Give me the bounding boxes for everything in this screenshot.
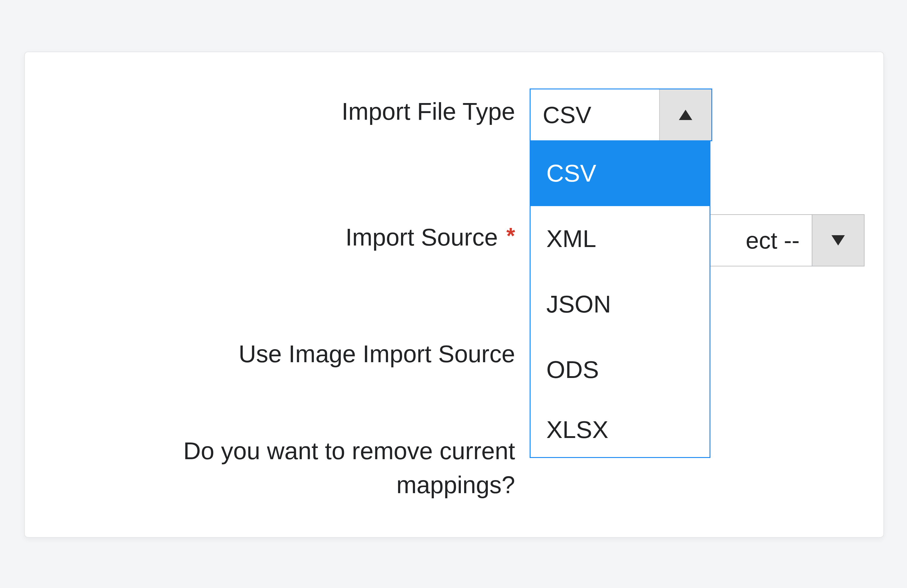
import-source-toggle[interactable] <box>812 215 864 266</box>
remove-mappings-label: Do you want to remove current mappings? <box>121 434 515 502</box>
file-type-option-xml[interactable]: XML <box>530 206 710 272</box>
file-type-control: CSV CSV XML JSON ODS XLSX <box>529 94 883 149</box>
label-col: Import File Type <box>25 94 529 128</box>
import-source-label: Import Source <box>346 220 498 254</box>
label-col: Do you want to remove current mappings? <box>25 434 529 502</box>
file-type-label: Import File Type <box>341 94 515 128</box>
required-asterisk: * <box>506 223 515 249</box>
row-import-source: Import Source * ect -- <box>25 220 883 275</box>
file-type-option-csv[interactable]: CSV <box>530 141 710 206</box>
label-col: Import Source * <box>25 220 529 254</box>
row-remove-mappings: Do you want to remove current mappings? <box>25 434 883 502</box>
form-grid: Import File Type CSV CSV XML JSON ODS XL… <box>25 52 883 537</box>
file-type-toggle[interactable] <box>659 89 711 140</box>
file-type-option-json[interactable]: JSON <box>530 272 710 337</box>
file-type-option-ods[interactable]: ODS <box>530 337 710 403</box>
row-file-type: Import File Type CSV CSV XML JSON ODS XL… <box>25 94 883 149</box>
settings-card: Import File Type CSV CSV XML JSON ODS XL… <box>24 51 884 538</box>
row-image-source: Use Image Import Source <box>25 337 883 391</box>
caret-down-icon <box>832 235 845 246</box>
file-type-dropdown: CSV XML JSON ODS XLSX <box>530 141 710 458</box>
file-type-value: CSV <box>530 89 659 140</box>
caret-up-icon <box>679 110 692 120</box>
file-type-select[interactable]: CSV <box>530 88 712 141</box>
label-col: Use Image Import Source <box>25 337 529 371</box>
image-source-label: Use Image Import Source <box>239 337 515 371</box>
file-type-option-xlsx[interactable]: XLSX <box>530 403 710 457</box>
